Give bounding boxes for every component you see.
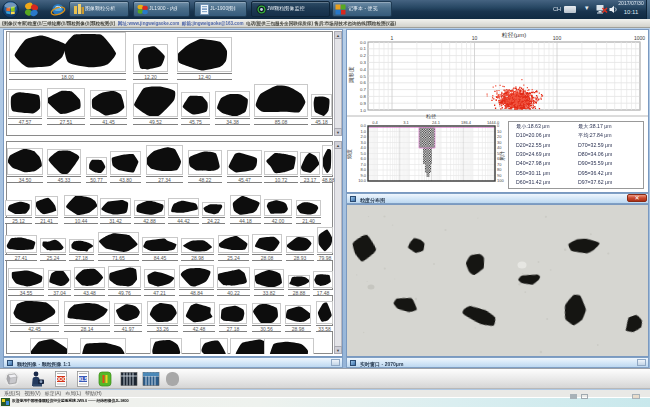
svg-text:6.0: 6.0 <box>360 156 366 161</box>
svg-text:累计: 累计 <box>499 151 505 161</box>
svg-text:0.4: 0.4 <box>372 120 378 125</box>
svg-text:1: 1 <box>391 35 394 41</box>
svg-text:5.0: 5.0 <box>360 151 366 156</box>
svg-text:40: 40 <box>497 145 502 150</box>
svg-text:70: 70 <box>497 162 502 167</box>
svg-text:1.0: 1.0 <box>360 108 367 113</box>
svg-text:0.7: 0.7 <box>360 87 367 92</box>
svg-text:3.1: 3.1 <box>403 120 409 125</box>
svg-text:30: 30 <box>497 140 502 145</box>
svg-text:0.8: 0.8 <box>360 94 367 99</box>
svg-text:圆形度: 圆形度 <box>348 66 355 83</box>
svg-text:0.0: 0.0 <box>360 40 367 45</box>
svg-text:1444.0: 1444.0 <box>487 120 500 125</box>
svg-text:10.0: 10.0 <box>358 178 367 183</box>
svg-text:0.1: 0.1 <box>360 46 367 51</box>
svg-text:1000: 1000 <box>634 35 645 41</box>
svg-text:2.0: 2.0 <box>360 134 366 139</box>
svg-text:0.4: 0.4 <box>360 67 367 72</box>
svg-text:粒径(μm): 粒径(μm) <box>502 32 526 38</box>
svg-text:XLS: XLS <box>78 376 88 382</box>
svg-text:0.2: 0.2 <box>360 53 367 58</box>
svg-text:0.0: 0.0 <box>360 123 366 128</box>
svg-text:4.0: 4.0 <box>360 145 366 150</box>
svg-text:1.0: 1.0 <box>360 129 366 134</box>
svg-text:8.0: 8.0 <box>360 167 366 172</box>
svg-text:DOC: DOC <box>55 376 67 382</box>
svg-text:0.6: 0.6 <box>360 80 367 85</box>
svg-text:24.1: 24.1 <box>432 120 441 125</box>
svg-text:0.9: 0.9 <box>360 101 367 106</box>
svg-text:10: 10 <box>497 129 502 134</box>
svg-text:9.0: 9.0 <box>360 173 366 178</box>
svg-text:频度: 频度 <box>346 149 353 159</box>
svg-text:186.4: 186.4 <box>461 120 472 125</box>
svg-text:20: 20 <box>497 134 502 139</box>
svg-text:100: 100 <box>553 35 562 41</box>
svg-text:0.3: 0.3 <box>360 60 367 65</box>
svg-text:粒径: 粒径 <box>426 113 436 119</box>
svg-text:3.0: 3.0 <box>360 140 366 145</box>
svg-text:90: 90 <box>497 173 502 178</box>
svg-text:7.0: 7.0 <box>360 162 366 167</box>
svg-text:100: 100 <box>497 178 504 183</box>
svg-text:80: 80 <box>497 167 502 172</box>
svg-text:0.5: 0.5 <box>360 74 367 79</box>
svg-text:10: 10 <box>472 35 478 41</box>
